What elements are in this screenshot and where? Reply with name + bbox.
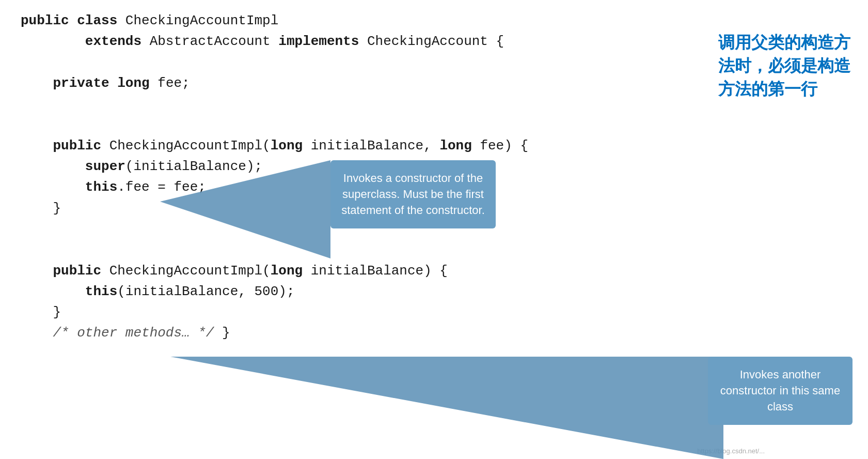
keyword-public2: public [53,138,101,154]
code-line-15: } [21,302,528,323]
callout-sameclass: Invokes another constructor in this same… [708,357,853,425]
keyword-long4: long [271,263,303,279]
keyword-this1: this [85,179,117,195]
code-line-13: public CheckingAccountImpl(long initialB… [21,261,528,281]
keyword-long2: long [271,138,303,154]
code-line-blank3 [21,114,528,135]
keyword-private: private [53,75,109,91]
code-line-blank2 [21,94,528,114]
code-line-4: private long fee; [21,73,528,94]
code-line-1: public class CheckingAccountImpl [21,10,528,31]
callout2-text: Invokes another constructor in this same… [720,368,840,413]
code-line-blank5 [21,239,528,260]
main-container: public class CheckingAccountImpl extends… [0,0,868,459]
keyword-long1: long [117,75,149,91]
keyword-this2: this [85,284,117,299]
svg-marker-1 [170,357,723,459]
callout-superclass: Invokes a constructor of the superclass.… [330,160,496,228]
url-watermark: https://blog.csdn.net/... [697,447,765,455]
code-line-14: this(initialBalance, 500); [21,281,528,302]
code-line-16: /* other methods… */ } [21,323,528,343]
keyword-public: public [21,13,69,28]
chinese-annotation: 调用父类的构造方 法时，必须是构造 方法的第一行 [718,31,853,100]
code-line-2: extends AbstractAccount implements Check… [21,31,528,52]
code-line-blank1 [21,52,528,73]
keyword-class: class [77,13,117,28]
keyword-extends: extends [85,34,141,49]
callout1-text: Invokes a constructor of the superclass.… [341,172,485,217]
comment: /* other methods… */ [53,325,214,341]
keyword-implements: implements [278,34,359,49]
keyword-super: super [85,159,125,174]
keyword-long3: long [439,138,471,154]
keyword-public3: public [53,263,101,279]
code-line-7: public CheckingAccountImpl(long initialB… [21,135,528,156]
